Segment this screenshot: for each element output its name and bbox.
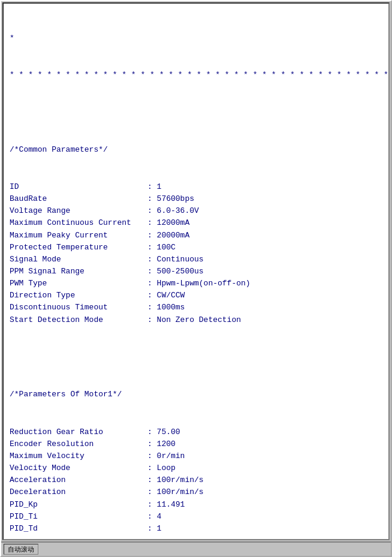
param-value: : 75.00 [147,426,180,438]
code-display: * * * * * * * * * * * * * * * * * * * * … [10,8,382,540]
content-area[interactable]: * * * * * * * * * * * * * * * * * * * * … [2,2,390,540]
param-label: Maximum Peaky Current [10,230,147,242]
status-bar: 自动滚动 [1,541,391,556]
param-label: BaudRate [10,193,147,205]
param-label: Start Detection Mode [10,314,147,326]
param-row: PID_Ti: 4 [10,511,382,523]
status-item-autoscroll[interactable]: 自动滚动 [4,544,38,555]
param-label: Direction Type [10,290,147,302]
motor1-params-list: Reduction Gear Ratio: 75.00Encoder Resol… [10,426,382,535]
param-value: : 100r/min/s [147,474,204,486]
param-row: PWM Type: Hpwm-Lpwm(on-off-on) [10,278,382,290]
param-value: : 11.491 [147,499,185,511]
param-row: Encoder Resolution: 1200 [10,438,382,450]
param-label: PID_Td [10,523,147,535]
param-value: : 1200 [147,438,176,450]
param-value: : Hpwm-Lpwm(on-off-on) [147,278,251,290]
param-label: Maximum Velocity [10,450,147,462]
common-section-header: /*Common Parameters*/ [10,144,382,156]
param-row: Discontinuous Timeout: 1000ms [10,302,382,314]
param-value: : 6.0-36.0V [147,205,199,217]
star-line-single: * [10,32,382,44]
param-row: Reduction Gear Ratio: 75.00 [10,426,382,438]
param-value: : 100C [147,242,176,254]
param-label: Velocity Mode [10,462,147,474]
param-row: PID_Kp: 11.491 [10,499,382,511]
param-value: : 1 [147,181,161,193]
param-label: ID [10,181,147,193]
param-label: PID_Ti [10,511,147,523]
param-row: Protected Temperature: 100C [10,242,382,254]
param-value: : 1000ms [147,302,185,314]
main-window: * * * * * * * * * * * * * * * * * * * * … [0,0,392,557]
param-label: Signal Mode [10,254,147,266]
param-row: Signal Mode: Continuous [10,254,382,266]
param-label: PPM Signal Range [10,266,147,278]
param-row: Start Detection Mode: Non Zero Detection [10,314,382,326]
common-params-list: ID: 1BaudRate: 57600bpsVoltage Range: 6.… [10,181,382,326]
param-label: Voltage Range [10,205,147,217]
param-value: : 0r/min [147,450,185,462]
param-row: Acceleration: 100r/min/s [10,474,382,486]
param-label: Maximum Continuous Current [10,217,147,229]
param-label: PWM Type [10,278,147,290]
param-row: Deceleration: 100r/min/s [10,486,382,498]
param-value: : CW/CCW [147,290,185,302]
param-row: BaudRate: 57600bps [10,193,382,205]
param-value: : 500-2500us [147,266,204,278]
param-value: : 4 [147,511,161,523]
param-value: : 100r/min/s [147,486,204,498]
star-line-top: * * * * * * * * * * * * * * * * * * * * … [10,69,382,81]
motor1-section-header: /*Parameters Of Motor1*/ [10,389,382,401]
param-row: PID_Td: 1 [10,523,382,535]
param-value: : 20000mA [147,230,189,242]
param-label: Deceleration [10,486,147,498]
param-value: : 57600bps [147,193,194,205]
param-label: Discontinuous Timeout [10,302,147,314]
param-row: Voltage Range: 6.0-36.0V [10,205,382,217]
param-value: : Continuous [147,254,204,266]
param-row: PPM Signal Range: 500-2500us [10,266,382,278]
param-value: : 1 [147,523,161,535]
param-value: : Non Zero Detection [147,314,241,326]
param-label: Acceleration [10,474,147,486]
param-row: ID: 1 [10,181,382,193]
param-row: Maximum Peaky Current: 20000mA [10,230,382,242]
param-value: : 12000mA [147,217,189,229]
param-row: Direction Type: CW/CCW [10,290,382,302]
param-label: Encoder Resolution [10,438,147,450]
param-label: Protected Temperature [10,242,147,254]
param-row: Maximum Continuous Current: 12000mA [10,217,382,229]
param-value: : Loop [147,462,176,474]
param-label: Reduction Gear Ratio [10,426,147,438]
param-row: Maximum Velocity: 0r/min [10,450,382,462]
param-label: PID_Kp [10,499,147,511]
param-row: Velocity Mode: Loop [10,462,382,474]
